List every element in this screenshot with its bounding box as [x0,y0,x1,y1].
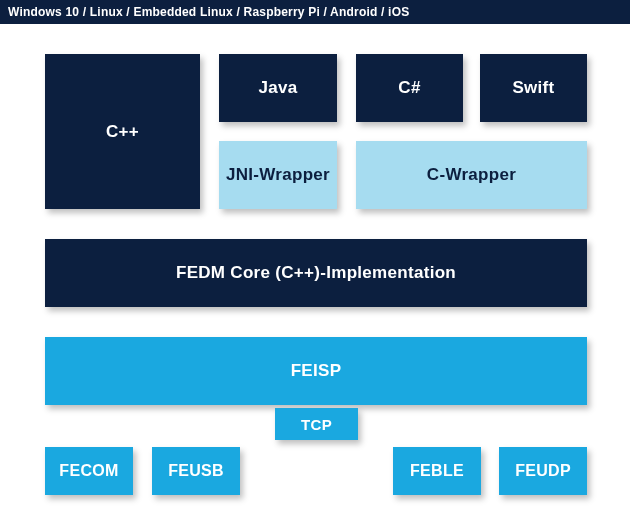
cpp-label: C++ [106,122,139,142]
feusb-label: FEUSB [168,462,224,480]
feisp-label: FEISP [291,361,342,381]
architecture-diagram: C++ Java C# Swift JNI-Wrapper C-Wrapper … [0,24,630,512]
csharp-block: C# [356,54,463,122]
feudp-label: FEUDP [515,462,571,480]
fedm-core-label: FEDM Core (C++)-Implementation [176,263,456,283]
fecom-block: FECOM [45,447,133,495]
feble-block: FEBLE [393,447,481,495]
feusb-block: FEUSB [152,447,240,495]
swift-block: Swift [480,54,587,122]
tcp-block: TCP [275,408,358,440]
csharp-label: C# [398,78,420,98]
platform-header: Windows 10 / Linux / Embedded Linux / Ra… [0,0,630,24]
jni-wrapper-block: JNI-Wrapper [219,141,337,209]
jni-wrapper-label: JNI-Wrapper [226,165,330,185]
fedm-core-block: FEDM Core (C++)-Implementation [45,239,587,307]
tcp-label: TCP [301,416,332,433]
java-label: Java [258,78,297,98]
c-wrapper-block: C-Wrapper [356,141,587,209]
cpp-block: C++ [45,54,200,209]
java-block: Java [219,54,337,122]
c-wrapper-label: C-Wrapper [427,165,516,185]
feudp-block: FEUDP [499,447,587,495]
swift-label: Swift [512,78,554,98]
platform-header-text: Windows 10 / Linux / Embedded Linux / Ra… [8,5,409,19]
feisp-block: FEISP [45,337,587,405]
fecom-label: FECOM [59,462,118,480]
feble-label: FEBLE [410,462,464,480]
